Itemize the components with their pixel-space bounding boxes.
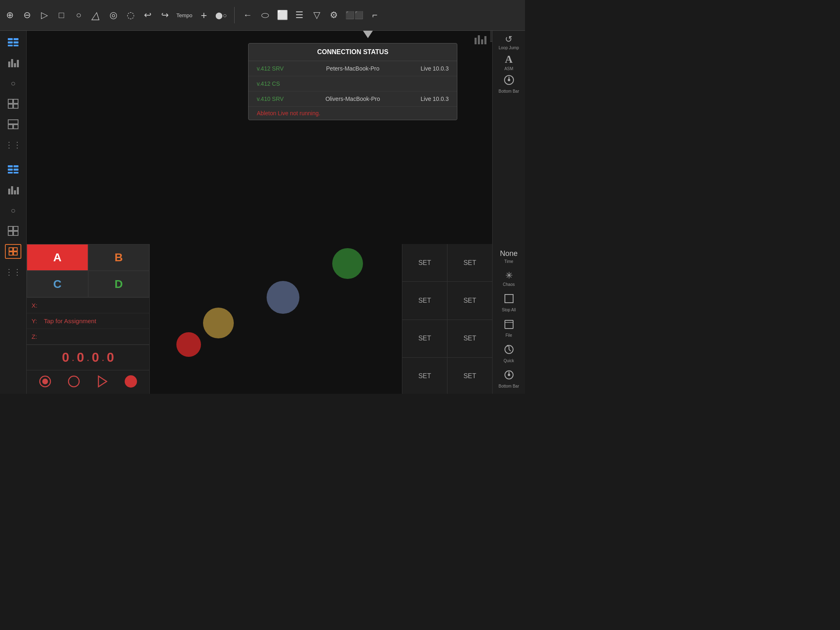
redo-icon[interactable]: ↪ [159,10,171,21]
svg-rect-22 [14,172,18,173]
bottom-bar2-icon [504,370,514,383]
sidebar-item-grid2[interactable] [5,162,21,177]
set-row-0: SET SET [402,244,492,282]
connection-version-2: v.410 SRV [257,96,298,102]
undo-icon[interactable]: ↩ [142,10,153,21]
bar-chart-top-icon[interactable] [474,33,488,47]
svg-rect-12 [8,104,13,108]
svg-rect-10 [8,99,13,103]
svg-rect-20 [14,169,18,171]
transport-record-btn[interactable] [38,374,52,391]
subtract-icon[interactable]: ⊖ [21,10,33,21]
triangle-marker [363,31,373,38]
xyz-y-row[interactable]: Y: Tap for Assignment [27,313,149,329]
bottom-bar2-btn[interactable]: Bottom Bar [493,368,525,390]
plus-alt-icon[interactable]: + [198,9,210,22]
svg-point-41 [508,79,510,81]
canvas-area: STOPs CONNECTION STATUS v.412 SRV Peters… [27,31,525,244]
file-btn[interactable]: File [493,317,525,340]
scene-btn-a[interactable]: A [27,244,88,271]
asm-icon: A [505,53,513,66]
bottom-bar-label: Bottom Bar [498,89,519,94]
asm-btn[interactable]: A ASM [504,53,514,71]
sidebar-item-grid4-1[interactable] [5,96,21,111]
time-sublabel: Time [504,259,514,264]
transport-circle-btn[interactable] [67,374,81,391]
set-btn-1-1[interactable]: SET [447,282,492,319]
counter-dot-0: . [72,352,75,363]
left-panel: A B C D X: Y: Tap for Assignment [27,244,150,394]
sidebar-item-orange[interactable] [5,244,21,259]
set-btn-2-0[interactable]: SET [402,320,447,357]
sidebar-item-meter2[interactable]: ○ [5,203,21,218]
stop-all-btn[interactable]: Stop All [493,291,525,314]
sidebar-item-grid4-2[interactable] [5,224,21,238]
transport-red-dot-btn[interactable] [124,374,138,391]
sidebar-item-dots2[interactable]: ⋮⋮ [5,265,21,279]
connection-name-2: Olivers-MacBook-Pro [298,96,408,102]
sidebar-item-barchart1[interactable] [5,55,21,70]
pad-circle-gold[interactable] [203,308,234,338]
set-btn-0-0[interactable]: SET [402,244,447,281]
sidebar-item-grid1[interactable] [5,35,21,50]
wifi-icon[interactable]: ▽ [311,10,322,21]
sidebar-item-barchart2[interactable] [5,183,21,197]
set-btn-0-1[interactable]: SET [447,244,492,281]
svg-rect-37 [481,39,483,44]
separator [234,7,235,23]
svg-rect-24 [11,186,13,194]
oval-icon[interactable]: ⬭ [259,10,271,21]
sidebar-item-meter1[interactable]: ○ [5,76,21,91]
far-right-panel: None Time ✳ Chaos Stop All [492,244,525,394]
chaos-btn[interactable]: ✳ Chaos [493,268,525,289]
svg-rect-29 [8,231,13,235]
scene-btn-d[interactable]: D [88,271,150,297]
dashed-circle-icon[interactable]: ◌ [125,10,136,21]
arrow-left-icon[interactable]: ← [242,10,253,21]
settings-icon[interactable]: ⚙ [328,10,340,21]
pad-circle-green[interactable] [332,248,363,279]
pad-circle-red[interactable] [176,332,201,357]
connection-status-title: CONNECTION STATUS [249,43,457,61]
svg-rect-16 [14,125,18,129]
circle-icon[interactable]: ○ [73,10,84,21]
svg-rect-36 [478,35,480,44]
xyz-z-label: Z: [32,333,44,340]
center-area: STOPs CONNECTION STATUS v.412 SRV Peters… [27,31,525,394]
transport-play-btn[interactable] [95,374,109,391]
play-icon[interactable]: ▷ [39,10,50,21]
set-btn-3-0[interactable]: SET [402,358,447,394]
corner-icon[interactable]: ⌐ [369,10,381,21]
scene-btn-b[interactable]: B [88,244,150,271]
scene-btn-c[interactable]: C [27,271,88,297]
stop-square-icon[interactable]: □ [56,10,67,21]
add-icon[interactable]: ⊕ [4,10,16,21]
pad-circle-blue-gray[interactable] [267,281,299,314]
set-btn-1-0[interactable]: SET [402,282,447,319]
svg-point-44 [68,376,79,387]
parallelogram-icon[interactable]: △ [89,9,103,22]
list-icon[interactable]: ☰ [294,10,305,21]
quick-btn[interactable]: Quick [493,342,525,365]
bottom-bar-btn[interactable]: Bottom Bar [498,74,519,94]
svg-rect-31 [9,248,13,251]
link-icon[interactable]: ⬤○ [215,11,227,19]
svg-rect-30 [14,231,18,235]
rows-icon[interactable]: ⬛⬛ [345,11,363,20]
connection-row-0: v.412 SRV Peters-MacBook-Pro Live 10.0.3 [249,61,457,76]
file-label: File [505,333,512,338]
sidebar-item-dots1[interactable]: ⋮⋮ [5,137,21,152]
expand-icon[interactable]: ⬜ [276,10,288,21]
counter-dot-2: . [102,352,105,363]
set-btn-3-1[interactable]: SET [447,358,492,394]
set-row-3: SET SET [402,358,492,394]
set-btn-2-1[interactable]: SET [447,320,492,357]
sidebar-item-split1[interactable] [5,117,21,132]
headphones-icon[interactable]: ◎ [107,10,119,21]
connection-status-popup: CONNECTION STATUS v.412 SRV Peters-MacBo… [248,43,457,120]
quick-label: Quick [504,358,514,363]
svg-rect-32 [14,248,17,251]
loop-jump-btn[interactable]: ↺ Loop Jump [499,34,519,50]
svg-point-46 [125,375,137,388]
transport-row [27,370,149,394]
